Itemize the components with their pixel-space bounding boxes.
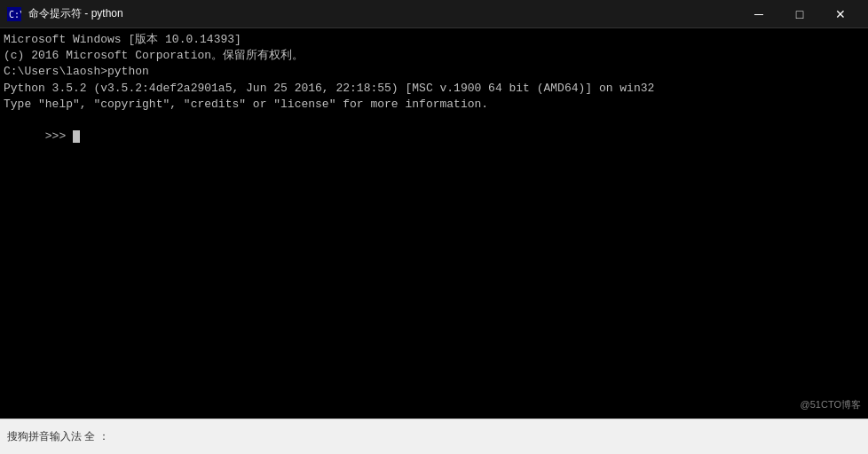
console-line-6: Type "help", "copyright", "credits" or "… — [4, 97, 864, 113]
close-button[interactable]: ✕ — [820, 0, 861, 28]
input-method-indicator[interactable]: 搜狗拼音输入法 全 ： — [7, 429, 109, 444]
console-line-4: C:\Users\laosh>python — [4, 64, 864, 80]
maximize-button[interactable]: □ — [779, 0, 820, 28]
cmd-icon: C:\ — [7, 7, 21, 21]
title-bar: C:\ 命令提示符 - python ─ □ ✕ — [0, 0, 868, 28]
cursor — [73, 130, 80, 143]
console-prompt-line: >>> — [4, 113, 864, 161]
console-area[interactable]: Microsoft Windows [版本 10.0.14393] (c) 20… — [0, 28, 868, 419]
minimize-button[interactable]: ─ — [738, 0, 779, 28]
svg-text:C:\: C:\ — [9, 10, 21, 20]
window-title: 命令提示符 - python — [28, 6, 738, 21]
window-controls: ─ □ ✕ — [738, 0, 861, 28]
cmd-window: C:\ 命令提示符 - python ─ □ ✕ Microsoft Windo… — [0, 0, 868, 454]
watermark: @51CTO博客 — [801, 398, 861, 411]
taskbar: 搜狗拼音输入法 全 ： — [0, 419, 868, 454]
console-line-5: Python 3.5.2 (v3.5.2:4def2a2901a5, Jun 2… — [4, 81, 864, 97]
console-line-1: Microsoft Windows [版本 10.0.14393] — [4, 32, 864, 48]
input-method-text: 搜狗拼音输入法 全 ： — [7, 429, 109, 444]
console-line-2: (c) 2016 Microsoft Corporation。保留所有权利。 — [4, 48, 864, 64]
prompt-text: >>> — [45, 129, 73, 143]
